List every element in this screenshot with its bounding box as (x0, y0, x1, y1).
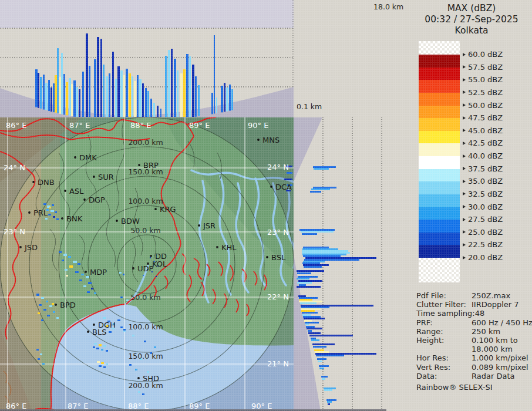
map-echo (103, 317, 106, 319)
echo-row-bar (326, 399, 336, 401)
echo-row-bar (306, 326, 315, 328)
echo-column-bar (112, 52, 114, 117)
range-ring-label: 50.0 km (130, 226, 160, 235)
dbz-value-text: 42.5 dBZ (468, 139, 503, 147)
echo-row-bar (304, 320, 312, 322)
map-echo (52, 303, 54, 305)
map-echo (138, 391, 140, 393)
metadata-label: Clutter Filter: (416, 300, 472, 309)
triangle-marker-icon (463, 65, 466, 69)
echo-row-bar (300, 302, 316, 304)
echo-column-bar (231, 89, 233, 110)
dbz-colorbar-labels: 60.0 dBZ57.5 dBZ55.0 dBZ52.5 dBZ50.0 dBZ… (411, 0, 532, 294)
echo-row-bar (299, 297, 318, 299)
map-echo (43, 309, 46, 311)
map-echo (126, 299, 129, 301)
echo-row-bar (324, 388, 336, 389)
map-echo (40, 353, 42, 355)
map-echo (120, 326, 123, 328)
city-label: DGP (89, 196, 105, 204)
triangle-marker-icon (463, 90, 466, 94)
map-echo (88, 282, 92, 284)
echo-column-bar (189, 56, 191, 117)
echo-column-bar (71, 84, 73, 116)
map-echo (120, 297, 123, 298)
metadata-row: 18.000 km (416, 345, 531, 353)
echo-column-bar (76, 87, 78, 117)
city-label: DCA (275, 183, 292, 191)
metadata-value: IIRDoppler 7 (472, 300, 519, 309)
echo-row-bar (321, 376, 328, 378)
echo-column-bar (100, 39, 102, 117)
latitude-label: 21° N (267, 359, 289, 368)
echo-row-bar (315, 353, 376, 355)
echo-row-bar (328, 403, 330, 405)
metadata-label: Hor Res: (416, 353, 472, 362)
metadata-row: Time sampling:48 (416, 309, 531, 318)
legend-dbz-label: 35.0 dBZ (463, 177, 503, 186)
echo-column-bar (153, 103, 155, 117)
metadata-row: PRF:600 Hz / 450 Hz (416, 318, 531, 327)
legend-dbz-label: 60.0 dBZ (463, 50, 503, 59)
echo-column-bar (55, 75, 57, 113)
metadata-value: 250Z.max (472, 291, 510, 300)
echo-row-bar (299, 284, 306, 286)
metadata-value: 0.100 km to (472, 336, 518, 345)
echo-column-bar (120, 70, 123, 117)
echo-row-bar (299, 301, 322, 302)
dbz-value-text: 50.0 dBZ (468, 101, 503, 110)
city-label: BPD (60, 301, 76, 309)
echo-column-bar (50, 87, 52, 112)
triangle-marker-icon (463, 129, 466, 132)
echo-column-bar (86, 33, 88, 117)
range-ring-label: 100.0 km (128, 322, 163, 331)
legend-dbz-label: 57.5 dBZ (463, 63, 503, 72)
city-dot (132, 267, 134, 269)
echo-column-bar (53, 83, 55, 112)
city-dot (28, 211, 31, 214)
echo-column-bar (221, 86, 223, 112)
map-echo (56, 218, 59, 220)
legend-dbz-label: 47.5 dBZ (463, 113, 503, 122)
map-echo (119, 272, 122, 274)
city-label: JSR (203, 221, 216, 230)
echo-column-bar (142, 83, 144, 117)
map-echo (81, 274, 84, 275)
map-echo (123, 274, 124, 275)
echo-column-bar (134, 81, 136, 117)
metadata-row: Range:250 km (416, 327, 531, 336)
legend-dbz-label: 50.0 dBZ (463, 101, 503, 110)
top-height-profile-panel (0, 0, 294, 117)
map-echo (63, 254, 67, 256)
echo-row-bar (307, 328, 322, 329)
map-echo (117, 319, 120, 321)
echo-column-bar (48, 80, 50, 111)
map-echo (284, 178, 292, 180)
map-echo (287, 172, 292, 174)
triangle-marker-icon (463, 218, 466, 221)
echo-row-bar (301, 305, 373, 306)
city-label: SHD (143, 374, 159, 383)
dbz-value-text: 32.5 dBZ (468, 190, 503, 198)
longitude-label: 90° E (248, 121, 268, 130)
echo-column-bar (183, 69, 186, 117)
echo-row-bar (313, 346, 326, 348)
echo-row-bar (298, 280, 322, 282)
range-ring-label: 200.0 km (128, 138, 163, 147)
metadata-value: 0.089 km/pixel (472, 363, 528, 372)
city-dot (138, 164, 140, 166)
map-echo (53, 216, 55, 218)
map-echo (101, 362, 104, 364)
legend-dbz-label: 30.0 dBZ (463, 203, 503, 211)
map-echo (48, 214, 51, 215)
metadata-value: 18.000 km (472, 345, 513, 353)
map-echo (38, 358, 40, 360)
dbz-value-text: 47.5 dBZ (468, 113, 503, 122)
city-dot (61, 217, 63, 220)
dbz-value-text: 40.0 dBZ (468, 151, 503, 160)
echo-column-bar (192, 65, 194, 117)
echo-row-bar (305, 324, 309, 325)
dbz-value-text: 25.0 dBZ (468, 228, 503, 237)
map-echo (99, 365, 102, 367)
legend-dbz-label: 45.0 dBZ (463, 126, 503, 135)
